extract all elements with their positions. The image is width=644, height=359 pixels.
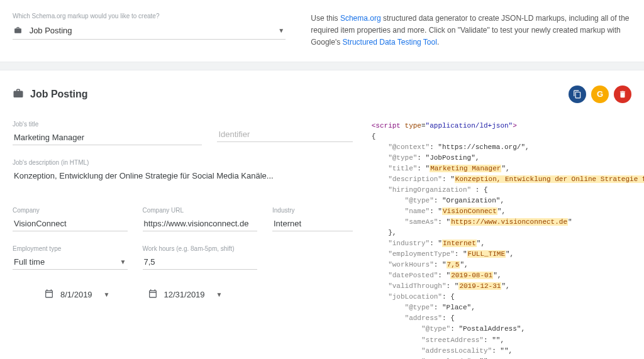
company-url-label: Company URL bbox=[143, 207, 258, 214]
description-label: Job's description (in HTML) bbox=[13, 159, 353, 166]
work-hours-input[interactable] bbox=[143, 255, 258, 270]
testing-tool-link[interactable]: Structured Data Testing Tool bbox=[343, 38, 437, 47]
content-area: Job's title Job's description (in HTML) … bbox=[13, 121, 631, 359]
chevron-down-icon: ▼ bbox=[104, 291, 110, 298]
copy-button[interactable] bbox=[569, 86, 586, 103]
employment-type-label: Employment type bbox=[13, 245, 128, 252]
page-title: Job Posting bbox=[13, 87, 88, 101]
action-buttons: G bbox=[569, 86, 631, 103]
work-hours-label: Work hours (e.g. 8am-5pm, shift) bbox=[143, 245, 258, 252]
industry-label: Industry bbox=[272, 207, 353, 214]
date-from-picker[interactable]: 8/1/2019 ▼ bbox=[44, 289, 110, 301]
main-section: Job Posting G Job's title Job's descrip bbox=[0, 70, 644, 359]
industry-input[interactable] bbox=[272, 216, 353, 231]
help-text: Use this Schema.org structured data gene… bbox=[311, 13, 631, 49]
chevron-down-icon: ▼ bbox=[120, 258, 126, 265]
google-validate-button[interactable]: G bbox=[591, 86, 609, 103]
company-input[interactable] bbox=[13, 216, 128, 231]
identifier-input[interactable] bbox=[217, 127, 352, 142]
markup-type-dropdown[interactable]: Job Posting ▼ bbox=[13, 22, 286, 40]
date-to-picker[interactable]: 12/31/2019 ▼ bbox=[148, 289, 223, 301]
title-label: Job's title bbox=[13, 121, 202, 128]
json-ld-output[interactable]: <script type="application/ld+json"> { "@… bbox=[372, 121, 631, 359]
chevron-down-icon: ▼ bbox=[278, 27, 284, 34]
employment-type-select[interactable]: Full time ▼ bbox=[13, 255, 128, 270]
main-header: Job Posting G bbox=[13, 86, 631, 103]
code-panel: <script type="application/ld+json"> { "@… bbox=[372, 121, 631, 359]
top-section: Which Schema.org markup would you like t… bbox=[0, 0, 644, 62]
description-input[interactable] bbox=[13, 168, 353, 183]
company-url-input[interactable] bbox=[143, 216, 258, 231]
calendar-icon bbox=[148, 289, 158, 301]
selector-value: Job Posting bbox=[30, 26, 72, 35]
markup-selector-area: Which Schema.org markup would you like t… bbox=[13, 13, 286, 49]
section-divider bbox=[0, 62, 644, 70]
calendar-icon bbox=[44, 289, 54, 301]
chevron-down-icon: ▼ bbox=[216, 291, 223, 298]
selector-label: Which Schema.org markup would you like t… bbox=[13, 13, 286, 19]
briefcase-icon bbox=[13, 87, 24, 101]
title-input[interactable] bbox=[13, 130, 202, 145]
form-panel: Job's title Job's description (in HTML) … bbox=[13, 121, 353, 359]
briefcase-icon bbox=[14, 26, 22, 35]
delete-button[interactable] bbox=[614, 86, 631, 103]
company-label: Company bbox=[13, 207, 128, 214]
schema-link[interactable]: Schema.org bbox=[340, 14, 381, 23]
